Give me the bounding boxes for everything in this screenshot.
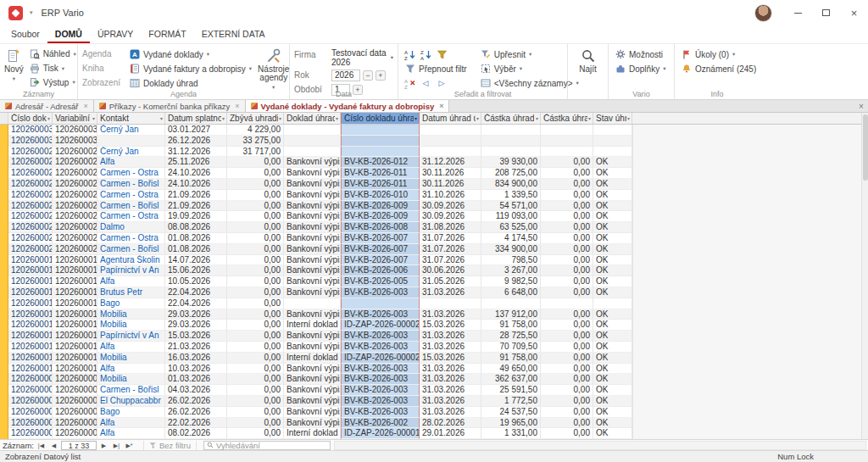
cell[interactable] <box>284 298 341 309</box>
cell[interactable]: 1 331,00 <box>481 428 541 439</box>
cell[interactable]: OK <box>593 309 632 320</box>
column-header-8[interactable]: Datum úhrad ú▾ <box>420 113 481 124</box>
cell[interactable]: 0,00 <box>227 342 284 353</box>
cell[interactable]: 22.02.2026 <box>165 418 227 429</box>
record-selector[interactable] <box>0 255 8 266</box>
cell[interactable]: 4 229,00 <box>227 125 284 136</box>
cell[interactable]: BV-KB-2026-011 <box>341 179 420 190</box>
cell[interactable]: BV-KB-2026-011 <box>341 168 420 179</box>
cell[interactable]: 31.07.2026 <box>420 244 481 255</box>
cell[interactable]: 1202600022 <box>53 222 97 233</box>
cell[interactable]: 31.10.2026 <box>420 190 481 201</box>
cell[interactable]: 28.02.2026 <box>420 418 481 429</box>
cell[interactable]: 0,00 <box>541 244 593 255</box>
cell[interactable]: BV-KB-2026-006 <box>341 265 420 276</box>
cell[interactable]: 3 267,00 <box>481 265 541 276</box>
cell[interactable]: 1202600028 <box>8 157 53 168</box>
firma-combo[interactable]: Testovací data 2026▾ <box>331 48 393 67</box>
cell[interactable]: 31.03.2026 <box>420 331 481 342</box>
cell[interactable]: Mobilia <box>97 374 165 385</box>
cell[interactable]: 1202600007 <box>53 396 97 407</box>
cell[interactable]: 0,00 <box>541 385 593 396</box>
cell[interactable] <box>593 298 632 309</box>
cell[interactable]: 0,00 <box>227 385 284 396</box>
cell[interactable]: Carmen - Ostra <box>97 190 165 201</box>
cell[interactable]: 1 339,50 <box>481 190 541 201</box>
cell[interactable]: 15.03.2026 <box>165 331 227 342</box>
cell[interactable]: 1202600024 <box>8 201 53 212</box>
cell[interactable]: 29.03.2026 <box>165 309 227 320</box>
cell[interactable]: 1202600031 <box>53 125 97 136</box>
cell[interactable] <box>541 136 593 147</box>
horizontal-scrollbar[interactable] <box>334 441 866 450</box>
scrollbar-thumb[interactable] <box>863 114 868 181</box>
record-selector[interactable] <box>0 385 8 396</box>
cell[interactable]: 0,00 <box>227 201 284 212</box>
cell[interactable] <box>593 147 632 158</box>
cell[interactable] <box>481 147 541 158</box>
cell[interactable]: 1202600006 <box>8 407 53 418</box>
cell[interactable]: 1202600014 <box>8 320 53 331</box>
cell[interactable]: 1202600021 <box>8 233 53 244</box>
cell[interactable]: 15.06.2026 <box>165 265 227 276</box>
cell[interactable]: 19.09.2026 <box>165 211 227 222</box>
maximize-button[interactable] <box>812 0 840 25</box>
cell[interactable]: 1202600007 <box>8 396 53 407</box>
cell[interactable]: Bankovní výpis <box>284 407 341 418</box>
record-selector[interactable] <box>0 407 8 418</box>
cell[interactable] <box>420 136 481 147</box>
cell[interactable]: 21.03.2026 <box>165 342 227 353</box>
column-header-7[interactable]: Číslo dokladu úhrad▾ <box>341 113 420 124</box>
cell[interactable]: 21.09.2026 <box>165 201 227 212</box>
cell[interactable]: Alfa <box>97 342 165 353</box>
cell[interactable]: 49 650,00 <box>481 364 541 375</box>
cell[interactable]: 0,00 <box>227 364 284 375</box>
record-selector[interactable] <box>0 179 8 190</box>
cell[interactable]: Carmen - Ostra <box>97 168 165 179</box>
cell[interactable]: 1202600004 <box>8 428 53 439</box>
column-header-9[interactable]: Částka úhrad▾ <box>481 113 541 124</box>
cell[interactable]: Alfa <box>97 428 165 439</box>
advanced-filter-button[interactable]: Upřesnit▾ <box>478 47 581 61</box>
agenda-tools-button[interactable]: Nástroje agendy ▾ <box>258 46 289 89</box>
cell[interactable]: 0,00 <box>541 211 593 222</box>
cell[interactable]: 0,00 <box>541 233 593 244</box>
cell[interactable]: 1202600026 <box>53 179 97 190</box>
cell[interactable]: 91 758,00 <box>481 353 541 364</box>
column-header-6[interactable]: Doklad úhrady▾ <box>284 113 341 124</box>
column-header-11[interactable]: Stav úhr▾ <box>593 113 632 124</box>
new-blank-record-button[interactable]: ▶* <box>124 441 135 450</box>
cell[interactable] <box>97 136 165 147</box>
cell[interactable]: 1202600008 <box>53 385 97 396</box>
cell[interactable]: Alfa <box>97 157 165 168</box>
cell[interactable] <box>481 298 541 309</box>
cell[interactable]: BV-KB-2026-012 <box>341 157 420 168</box>
quick-access-caret-icon[interactable]: ▾ <box>30 9 33 16</box>
column-filter-caret-icon[interactable]: ▾ <box>476 115 479 121</box>
cell[interactable]: 1202600009 <box>8 374 53 385</box>
sort-ascending-button[interactable]: AZ <box>403 48 416 61</box>
cell[interactable]: Bankovní výpis <box>284 374 341 385</box>
cell[interactable]: OK <box>593 418 632 429</box>
cell[interactable]: 0,00 <box>227 428 284 439</box>
agenda-combo[interactable]: A Vydané doklady▾ <box>127 47 254 61</box>
cell[interactable]: BV-KB-2026-003 <box>341 287 420 298</box>
cell[interactable]: 1202600005 <box>8 418 53 429</box>
cell[interactable]: Interní doklad <box>284 353 341 364</box>
cell[interactable]: 0,00 <box>227 320 284 331</box>
record-selector[interactable] <box>0 190 8 201</box>
cell[interactable]: 31.08.2026 <box>420 222 481 233</box>
cell[interactable] <box>541 125 593 136</box>
cell[interactable]: 31.03.2026 <box>420 342 481 353</box>
cell[interactable]: 31.12.2026 <box>165 147 227 158</box>
cell[interactable]: 1202600020 <box>8 244 53 255</box>
cell[interactable]: OK <box>593 179 632 190</box>
cell[interactable]: BV-KB-2026-007 <box>341 233 420 244</box>
column-filter-caret-icon[interactable]: ▾ <box>627 115 630 121</box>
cell[interactable]: 1202600009 <box>53 374 97 385</box>
output-button[interactable]: Výstup▾ <box>27 75 79 89</box>
column-header-4[interactable]: Datum splatnost▾ <box>165 113 227 124</box>
minimize-button[interactable] <box>784 0 812 25</box>
record-selector[interactable] <box>0 233 8 244</box>
cell[interactable]: 03.01.2027 <box>165 125 227 136</box>
